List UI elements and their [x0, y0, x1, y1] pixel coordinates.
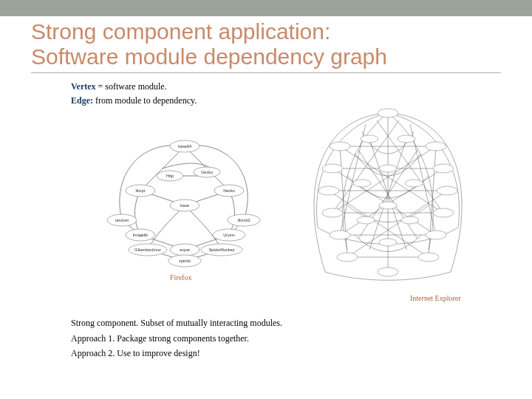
svg-point-33 — [318, 186, 339, 195]
svg-point-50 — [379, 239, 397, 246]
svg-point-35 — [322, 208, 343, 217]
approaches-block: Strong component. Subset of mutually int… — [71, 316, 485, 362]
svg-point-34 — [437, 186, 457, 195]
svg-point-38 — [426, 231, 446, 239]
svg-text:Gecko: Gecko — [201, 170, 213, 174]
vertex-term: Vertex — [71, 81, 96, 92]
svg-text:expat: expat — [180, 248, 190, 252]
svg-point-36 — [433, 208, 454, 217]
vertex-def: = software module. — [96, 81, 167, 92]
svg-point-32 — [433, 164, 454, 173]
svg-point-37 — [330, 231, 350, 239]
svg-text:libxpt: libxpt — [136, 188, 146, 193]
svg-point-44 — [353, 180, 371, 187]
approach1-def: Package strong components together. — [115, 333, 249, 344]
svg-text:Gtkembedmoz: Gtkembedmoz — [134, 248, 161, 252]
svg-text:libxml2: libxml2 — [237, 218, 250, 222]
firefox-caption: Firefox — [170, 273, 191, 282]
svg-text:Imagelib: Imagelib — [133, 233, 149, 237]
title-line-1: Strong component application: — [31, 19, 330, 44]
graph-area: base64 Http Gecko libxpt Necko base rand… — [81, 109, 480, 291]
firefox-graph: base64 Http Gecko libxpt Necko base rand… — [96, 132, 273, 272]
slide: Strong component application: Software m… — [0, 0, 532, 399]
svg-point-48 — [379, 165, 397, 172]
slide-title: Strong component application: Software m… — [31, 19, 504, 69]
svg-text:random: random — [115, 218, 129, 222]
edge-term: Edge: — [71, 95, 93, 106]
svg-point-41 — [378, 267, 398, 276]
approach2-term: Approach 2. — [71, 348, 115, 358]
ie-graph — [296, 102, 480, 294]
ie-caption: Internet Explorer — [410, 294, 461, 302]
sc-term: Strong component. — [71, 318, 138, 328]
svg-text:Uconv: Uconv — [223, 233, 235, 237]
svg-point-31 — [322, 164, 343, 173]
svg-point-49 — [379, 202, 397, 209]
approach2-def: Use to improve design! — [115, 348, 200, 358]
svg-text:base64: base64 — [178, 144, 191, 149]
title-underline — [31, 72, 501, 73]
approach1-term: Approach 1. — [71, 333, 115, 344]
svg-text:Necko: Necko — [223, 188, 235, 193]
svg-point-45 — [405, 180, 423, 187]
svg-point-30 — [426, 142, 446, 151]
svg-text:Http: Http — [166, 174, 174, 178]
svg-point-43 — [398, 135, 415, 143]
header-bar — [0, 0, 532, 16]
svg-point-46 — [357, 216, 375, 224]
svg-point-29 — [330, 142, 350, 151]
sc-def: Subset of mutually interacting modules. — [138, 318, 282, 328]
svg-point-39 — [337, 253, 358, 262]
svg-point-42 — [361, 135, 378, 143]
svg-text:SpiderMonkey: SpiderMonkey — [208, 248, 234, 252]
svg-text:base: base — [180, 203, 189, 208]
svg-point-28 — [378, 109, 398, 117]
svg-text:xptinfo: xptinfo — [179, 259, 191, 263]
svg-point-40 — [418, 253, 439, 262]
edge-def: from module to dependency. — [93, 95, 197, 106]
svg-point-47 — [401, 216, 419, 224]
title-line-2: Software module dependency graph — [31, 44, 387, 69]
